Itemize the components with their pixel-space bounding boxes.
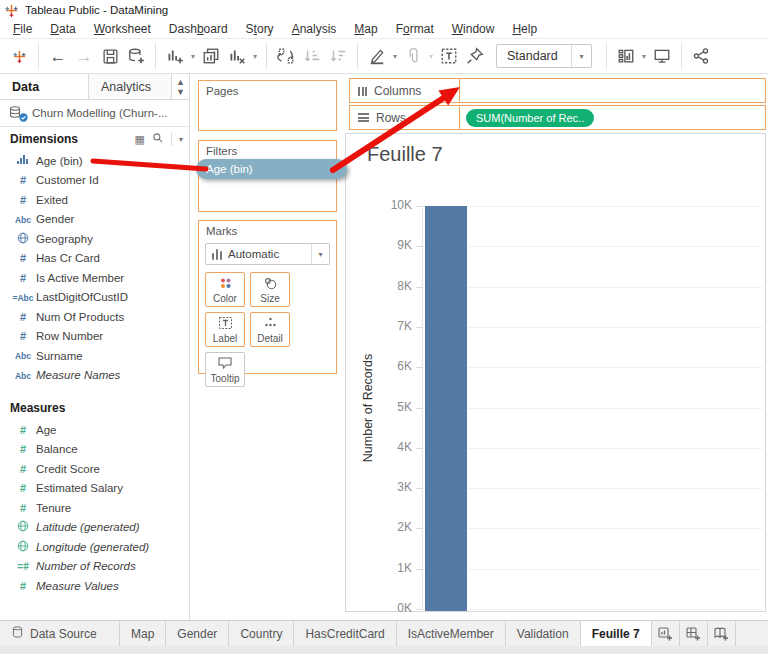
filter-pill-age-bin[interactable]: Age (bin)	[196, 159, 347, 179]
number-icon: #	[10, 502, 36, 514]
menu-item-format[interactable]: Format	[387, 22, 443, 36]
tab-data[interactable]: Data	[0, 74, 88, 99]
field-is-active-member[interactable]: #Is Active Member	[0, 268, 189, 288]
highlight-caret-icon[interactable]: ▾	[390, 52, 400, 61]
clear-sheet-caret-icon[interactable]: ▾	[250, 52, 260, 61]
label-button[interactable]: Label	[205, 312, 245, 347]
field-age-bin[interactable]: Age (bin)	[0, 151, 189, 171]
color-button[interactable]: Color	[205, 272, 245, 307]
sheet-tab-data-source[interactable]: Data Source	[0, 621, 120, 646]
columns-shelf[interactable]: Columns	[349, 78, 766, 103]
tab-analytics[interactable]: Analytics	[88, 74, 172, 99]
pane-menu-caret-icon[interactable]: ▾	[179, 135, 183, 144]
field-number-of-records[interactable]: =#Number of Records	[0, 557, 189, 577]
show-hide-cards-caret-icon[interactable]: ▾	[639, 52, 649, 61]
sheet-tab-validation[interactable]: Validation	[506, 621, 581, 646]
mark-type-dropdown[interactable]: Automatic ▾	[205, 243, 330, 265]
pages-label: Pages	[199, 81, 336, 97]
rows-shelf[interactable]: Rows SUM(Number of Rec..	[349, 105, 766, 130]
menu-item-window[interactable]: Window	[443, 22, 504, 36]
new-story-tab-button[interactable]	[708, 621, 736, 646]
group-members-caret-icon[interactable]: ▾	[426, 52, 436, 61]
field-credit-score[interactable]: #Credit Score	[0, 459, 189, 479]
fit-selector[interactable]: Standard ▾	[496, 44, 592, 68]
sheet-tab-country[interactable]: Country	[229, 621, 294, 646]
fit-selector-caret-icon[interactable]: ▾	[571, 45, 591, 67]
field-lastdigitofcustid[interactable]: =AbcLastDigitOfCustID	[0, 288, 189, 308]
pages-shelf[interactable]: Pages	[198, 80, 337, 131]
group-members-button[interactable]	[400, 42, 426, 70]
clear-sheet-button[interactable]	[224, 42, 250, 70]
sheet-tab-feuille-7[interactable]: Feuille 7	[581, 621, 652, 646]
menu-item-map[interactable]: Map	[345, 22, 386, 36]
sheet-tab-hascreditcard[interactable]: HasCreditCard	[294, 621, 396, 646]
number-icon: #	[10, 194, 36, 206]
tableau-logo-icon[interactable]	[6, 42, 32, 70]
field-row-number[interactable]: #Row Number	[0, 327, 189, 347]
swap-panes-icon[interactable]: ▲▼	[172, 74, 189, 99]
field-age[interactable]: #Age	[0, 420, 189, 440]
sheet-tab-label: Map	[131, 627, 154, 641]
field-measure-values[interactable]: #Measure Values	[0, 576, 189, 596]
find-field-icon[interactable]	[152, 132, 164, 147]
field-balance[interactable]: #Balance	[0, 440, 189, 460]
y-axis-title: Number of Records	[361, 343, 375, 473]
menu-item-data[interactable]: Data	[41, 22, 84, 36]
mark-type-caret-icon[interactable]: ▾	[311, 244, 329, 264]
rows-pill-sum-number-of-records[interactable]: SUM(Number of Rec..	[466, 109, 594, 127]
tableau-logo-icon	[4, 3, 19, 18]
field-has-cr-card[interactable]: #Has Cr Card	[0, 249, 189, 269]
field-surname[interactable]: AbcSurname	[0, 346, 189, 366]
sheet-tab-gender[interactable]: Gender	[166, 621, 229, 646]
share-button[interactable]	[688, 42, 714, 70]
menu-item-analysis[interactable]: Analysis	[283, 22, 346, 36]
sort-descending-button[interactable]	[325, 42, 351, 70]
new-worksheet-button[interactable]	[162, 42, 188, 70]
datasource-item[interactable]: Churn Modelling (Churn-...	[0, 100, 189, 127]
menu-item-file[interactable]: File	[4, 22, 41, 36]
tooltip-button[interactable]: Tooltip	[205, 352, 245, 387]
sheet-tab-isactivemember[interactable]: IsActiveMember	[397, 621, 506, 646]
globe-icon	[10, 540, 36, 554]
swap-rows-columns-button[interactable]	[273, 42, 299, 70]
field-estimated-salary[interactable]: #Estimated Salary	[0, 479, 189, 499]
field-latitude-generated[interactable]: Latitude (generated)	[0, 518, 189, 538]
field-longitude-generated[interactable]: Longitude (generated)	[0, 537, 189, 557]
field-label: LastDigitOfCustID	[36, 291, 128, 303]
number-icon: #	[10, 252, 36, 264]
sheet-tab-map[interactable]: Map	[120, 621, 166, 646]
fix-axes-button[interactable]	[462, 42, 488, 70]
menu-item-story[interactable]: Story	[237, 22, 283, 36]
bar-mark[interactable]	[425, 206, 467, 611]
show-mark-labels-button[interactable]	[436, 42, 462, 70]
new-worksheet-caret-icon[interactable]: ▾	[188, 52, 198, 61]
data-pane: Data Analytics ▲▼ Churn Modelling (Churn…	[0, 74, 190, 620]
new-data-source-button[interactable]	[123, 42, 149, 70]
abc-icon: Abc	[10, 214, 36, 225]
view-data-grid-icon[interactable]: ▦	[135, 133, 145, 146]
field-gender[interactable]: AbcGender	[0, 210, 189, 230]
redo-button[interactable]: →	[71, 42, 97, 70]
window-titlebar: Tableau Public - DataMining	[0, 0, 768, 20]
field-num-of-products[interactable]: #Num Of Products	[0, 307, 189, 327]
new-dashboard-tab-button[interactable]	[680, 621, 708, 646]
highlight-button[interactable]	[364, 42, 390, 70]
presentation-mode-button[interactable]	[649, 42, 675, 70]
save-button[interactable]	[97, 42, 123, 70]
globe-icon	[10, 520, 36, 534]
menu-item-worksheet[interactable]: Worksheet	[85, 22, 160, 36]
field-measure-names[interactable]: AbcMeasure Names	[0, 366, 189, 386]
duplicate-sheet-button[interactable]	[198, 42, 224, 70]
sort-ascending-button[interactable]	[299, 42, 325, 70]
field-geography[interactable]: Geography	[0, 229, 189, 249]
new-worksheet-tab-button[interactable]	[652, 621, 680, 646]
detail-button[interactable]: Detail	[250, 312, 290, 347]
menu-item-help[interactable]: Help	[503, 22, 546, 36]
field-exited[interactable]: #Exited	[0, 190, 189, 210]
field-customer-id[interactable]: #Customer Id	[0, 171, 189, 191]
size-button[interactable]: Size	[250, 272, 290, 307]
show-hide-cards-button[interactable]	[613, 42, 639, 70]
field-tenure[interactable]: #Tenure	[0, 498, 189, 518]
undo-button[interactable]: ←	[45, 42, 71, 70]
menu-item-dashboard[interactable]: Dashboard	[160, 22, 237, 36]
